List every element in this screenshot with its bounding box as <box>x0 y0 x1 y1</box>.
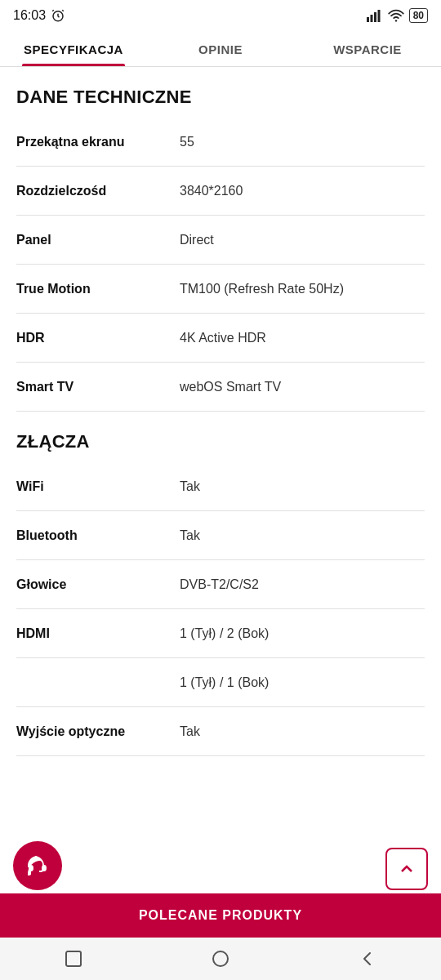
back-icon <box>359 950 376 968</box>
section-dane-techniczne-header: DANE TECHNICZNE <box>16 67 425 118</box>
spec-label-hdr: HDR <box>16 331 180 345</box>
section-zlacza-header: ZŁĄCZA <box>16 412 425 462</box>
spec-row-panel: Panel Direct <box>16 216 425 265</box>
status-bar: 16:03 80 <box>0 0 441 29</box>
chevron-up-icon <box>397 859 416 879</box>
polecane-produkty-button[interactable]: POLECANE PRODUKTY <box>0 893 441 938</box>
spec-value-usb: 1 (Tył) / 1 (Bok) <box>180 675 269 690</box>
spec-row-bluetooth: Bluetooth Tak <box>16 511 425 560</box>
support-fab[interactable] <box>13 841 62 890</box>
recent-apps-icon <box>65 950 82 968</box>
spec-row-hdr: HDR 4K Active HDR <box>16 314 425 363</box>
spec-label-wifi: WiFi <box>16 479 180 494</box>
spec-label-panel: Panel <box>16 233 180 247</box>
battery-level: 80 <box>413 10 424 21</box>
spec-label-glowice: Głowice <box>16 577 180 592</box>
spec-value-wifi: Tak <box>180 479 200 494</box>
spec-label-true-motion: True Motion <box>16 282 180 296</box>
spec-row-usb: 1 (Tył) / 1 (Bok) <box>16 658 425 707</box>
time-display: 16:03 <box>13 8 46 23</box>
battery-indicator: 80 <box>409 8 428 23</box>
tab-specyfikacja[interactable]: SPECYFIKACJA <box>0 29 147 66</box>
spec-value-hdmi: 1 (Tył) / 2 (Bok) <box>180 626 269 641</box>
spec-row-smart-tv: Smart TV webOS Smart TV <box>16 363 425 412</box>
spec-value-rozdzielczosc: 3840*2160 <box>180 184 243 198</box>
spec-row-wifi: WiFi Tak <box>16 462 425 511</box>
signal-icon <box>367 9 383 22</box>
svg-point-6 <box>29 865 33 871</box>
spec-row-hdmi: HDMI 1 (Tył) / 2 (Bok) <box>16 609 425 658</box>
status-time: 16:03 <box>13 8 65 23</box>
tabs-bar: SPECYFIKACJA OPINIE WSPARCIE <box>0 29 441 67</box>
spec-row-przekatna: Przekątna ekranu 55 <box>16 118 425 167</box>
svg-rect-8 <box>66 951 81 966</box>
svg-point-5 <box>394 20 396 21</box>
spec-value-bluetooth: Tak <box>180 528 200 543</box>
alarm-icon <box>51 8 65 23</box>
spec-label-wyjscie-optyczne: Wyjście optyczne <box>16 724 180 739</box>
nav-back-button[interactable] <box>353 944 382 973</box>
svg-rect-4 <box>377 10 380 22</box>
spec-label-smart-tv: Smart TV <box>16 380 180 394</box>
svg-rect-3 <box>374 12 376 22</box>
svg-point-9 <box>213 951 228 966</box>
spec-row-rozdzielczosc: Rozdzielczośd 3840*2160 <box>16 167 425 216</box>
headset-icon <box>24 853 51 879</box>
status-icons: 80 <box>367 8 428 23</box>
spec-value-panel: Direct <box>180 233 214 247</box>
scroll-to-top-button[interactable] <box>385 848 428 890</box>
svg-rect-1 <box>367 17 369 22</box>
tab-opinie[interactable]: OPINIE <box>147 29 294 66</box>
spec-row-wyjscie-optyczne: Wyjście optyczne Tak <box>16 707 425 756</box>
spec-row-true-motion: True Motion TM100 (Refresh Rate 50Hz) <box>16 265 425 314</box>
spec-value-true-motion: TM100 (Refresh Rate 50Hz) <box>180 282 344 296</box>
spec-value-smart-tv: webOS Smart TV <box>180 380 281 394</box>
nav-recent-apps-button[interactable] <box>59 944 88 973</box>
spec-label-hdmi: HDMI <box>16 626 180 641</box>
svg-rect-2 <box>370 15 372 22</box>
spec-label-bluetooth: Bluetooth <box>16 528 180 543</box>
home-circle-icon <box>212 950 229 968</box>
spec-value-glowice: DVB-T2/C/S2 <box>180 577 259 592</box>
nav-home-button[interactable] <box>206 944 235 973</box>
spec-row-glowice: Głowice DVB-T2/C/S2 <box>16 560 425 609</box>
spec-label-przekatna: Przekątna ekranu <box>16 135 180 149</box>
tab-wsparcie[interactable]: WSPARCIE <box>294 29 441 66</box>
bottom-navigation <box>0 938 441 980</box>
svg-point-7 <box>42 865 47 871</box>
spec-value-hdr: 4K Active HDR <box>180 331 266 345</box>
main-content: DANE TECHNICZNE Przekątna ekranu 55 Rozd… <box>0 67 441 854</box>
spec-value-przekatna: 55 <box>180 135 194 149</box>
spec-value-wyjscie-optyczne: Tak <box>180 724 200 739</box>
spec-label-rozdzielczosc: Rozdzielczośd <box>16 184 180 198</box>
wifi-icon <box>388 9 404 22</box>
